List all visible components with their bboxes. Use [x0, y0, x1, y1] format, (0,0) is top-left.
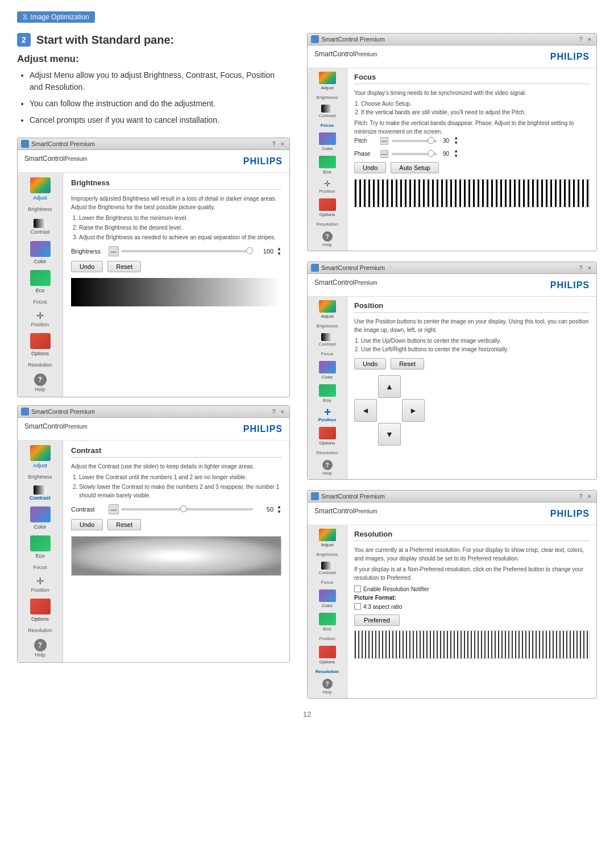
titlebar-btns-resolution[interactable]: ? ×: [577, 493, 593, 500]
sidebar-options-c[interactable]: Options: [30, 599, 51, 622]
aspect-ratio-checkbox[interactable]: [354, 603, 361, 610]
titlebar-btns-contrast[interactable]: ? ×: [270, 408, 286, 415]
reset-button-brightness[interactable]: Reset: [107, 261, 141, 272]
brightness-thumb[interactable]: [246, 247, 253, 254]
brightness-arrows[interactable]: ▲ ▼: [277, 247, 281, 256]
sidebar-options-f[interactable]: Options: [319, 198, 336, 217]
pitch-thumb[interactable]: [428, 137, 434, 144]
phase-arrows[interactable]: ▲ ▼: [454, 149, 458, 159]
sidebar-resolution-c[interactable]: Resolution: [28, 628, 52, 633]
sidebar-contrast-item[interactable]: Contrast: [30, 219, 49, 236]
undo-button-focus[interactable]: Undo: [354, 162, 386, 173]
close-icon-position[interactable]: ×: [586, 264, 593, 271]
sidebar-item-options[interactable]: Options: [30, 333, 51, 356]
minimize-icon[interactable]: ?: [270, 140, 277, 147]
preferred-button[interactable]: Preferred: [354, 614, 400, 626]
sidebar-adjust-f[interactable]: Adjust: [319, 72, 336, 90]
sidebar-color-f[interactable]: Color: [319, 132, 336, 151]
sidebar-position-r[interactable]: Position: [319, 636, 335, 641]
pitch-track[interactable]: [392, 140, 437, 142]
pos-right-btn[interactable]: ►: [402, 399, 425, 422]
sidebar-item-adjust[interactable]: Adjust: [30, 177, 51, 201]
pos-up-btn[interactable]: ▲: [378, 375, 401, 398]
reset-button-position[interactable]: Reset: [391, 358, 424, 369]
sidebar-adjust-contrast[interactable]: Adjust: [30, 445, 51, 468]
pos-down-btn[interactable]: ▼: [378, 423, 401, 446]
brightness-track[interactable]: [121, 250, 253, 252]
minimize-icon-contrast[interactable]: ?: [270, 408, 277, 415]
sidebar-help-item[interactable]: ? Help: [34, 373, 47, 392]
up-arrow-c[interactable]: ▲: [277, 505, 281, 509]
sidebar-options-p[interactable]: Options: [319, 427, 336, 446]
sidebar-item-color[interactable]: Color: [30, 241, 51, 264]
phase-down[interactable]: ▼: [454, 154, 458, 159]
titlebar-buttons[interactable]: ? ×: [270, 140, 286, 147]
sidebar-focus-r[interactable]: Focus: [321, 580, 334, 585]
sidebar-brightness-p[interactable]: Brightness: [317, 323, 338, 329]
sidebar-sub-brightness-c[interactable]: Brightness: [28, 474, 52, 480]
phase-track[interactable]: [392, 153, 437, 155]
minimize-icon-focus[interactable]: ?: [577, 36, 584, 43]
sidebar-help-r[interactable]: ? Help: [322, 679, 333, 695]
sidebar-position-active[interactable]: ✛ Position: [318, 408, 337, 422]
undo-button-brightness[interactable]: Undo: [71, 261, 103, 272]
sidebar-color-p[interactable]: Color: [319, 361, 336, 380]
contrast-min-btn[interactable]: —: [109, 504, 119, 514]
titlebar-btns-position[interactable]: ? ×: [577, 264, 593, 271]
titlebar-btns-focus[interactable]: ? ×: [577, 36, 593, 43]
contrast-thumb[interactable]: [180, 505, 187, 512]
pitch-up[interactable]: ▲: [454, 136, 458, 140]
close-icon[interactable]: ×: [279, 140, 286, 147]
undo-button-position[interactable]: Undo: [354, 358, 386, 369]
sidebar-adjust-p[interactable]: Adjust: [319, 300, 336, 319]
pitch-arrows[interactable]: ▲ ▼: [454, 136, 458, 146]
sidebar-item-eco[interactable]: Eco: [30, 270, 51, 293]
close-icon-resolution[interactable]: ×: [586, 493, 593, 500]
contrast-track[interactable]: [121, 508, 253, 510]
enable-res-checkbox[interactable]: [354, 585, 361, 592]
sidebar-eco-r[interactable]: Eco: [319, 613, 336, 632]
sidebar-eco-f[interactable]: Eco: [319, 156, 336, 175]
sidebar-help-f[interactable]: ? Help: [322, 231, 333, 247]
sidebar-color-r[interactable]: Color: [319, 589, 336, 608]
sidebar-help-c[interactable]: ? Help: [34, 639, 47, 658]
sidebar-contrast-p[interactable]: Contrast: [318, 333, 335, 347]
undo-button-contrast[interactable]: Undo: [71, 519, 103, 530]
pitch-down[interactable]: ▼: [454, 141, 458, 146]
sidebar-contrast-active[interactable]: Contrast: [30, 485, 51, 501]
sidebar-options-r[interactable]: Options: [319, 646, 336, 665]
sidebar-help-p[interactable]: ? Help: [322, 460, 333, 476]
sidebar-position-f[interactable]: ✛ Position: [319, 179, 335, 194]
sidebar-adjust-r[interactable]: Adjust: [319, 529, 336, 547]
phase-thumb[interactable]: [428, 150, 434, 157]
pos-left-btn[interactable]: ◄: [354, 399, 377, 422]
sidebar-brightness-r[interactable]: Brightness: [317, 552, 338, 557]
down-arrow[interactable]: ▼: [277, 252, 281, 256]
sidebar-contrast-r[interactable]: Contrast: [318, 562, 335, 575]
phase-up[interactable]: ▲: [454, 149, 458, 153]
minimize-icon-position[interactable]: ?: [577, 264, 584, 271]
sidebar-sub-brightness[interactable]: Brightness: [28, 206, 52, 213]
sidebar-eco-c[interactable]: Eco: [30, 535, 51, 559]
sidebar-resolution-f[interactable]: Resolution: [317, 222, 338, 227]
sidebar-focus-c[interactable]: Focus: [33, 564, 47, 570]
sidebar-brightness-f[interactable]: Brightness: [317, 95, 338, 100]
down-arrow-c[interactable]: ▼: [277, 510, 281, 514]
sidebar-resolution-active[interactable]: Resolution: [316, 669, 339, 674]
brightness-min-btn[interactable]: —: [109, 246, 119, 256]
autosetup-button-focus[interactable]: Auto Setup: [391, 162, 438, 173]
sidebar-position-item[interactable]: ✛ Position: [31, 310, 49, 327]
up-arrow[interactable]: ▲: [277, 247, 281, 251]
phase-min-btn[interactable]: —: [380, 150, 388, 158]
close-icon-contrast[interactable]: ×: [279, 408, 286, 415]
reset-button-contrast[interactable]: Reset: [107, 519, 141, 530]
close-icon-focus[interactable]: ×: [586, 36, 593, 43]
sidebar-contrast-f[interactable]: Contrast: [318, 105, 335, 118]
sidebar-color-c[interactable]: Color: [30, 506, 51, 530]
minimize-icon-resolution[interactable]: ?: [577, 493, 584, 500]
sidebar-focus-p[interactable]: Focus: [321, 351, 334, 356]
pitch-min-btn[interactable]: —: [380, 137, 388, 145]
sidebar-sub-resolution[interactable]: Resolution: [28, 362, 52, 368]
sidebar-eco-p[interactable]: Eco: [319, 384, 336, 403]
contrast-arrows[interactable]: ▲ ▼: [277, 505, 281, 514]
